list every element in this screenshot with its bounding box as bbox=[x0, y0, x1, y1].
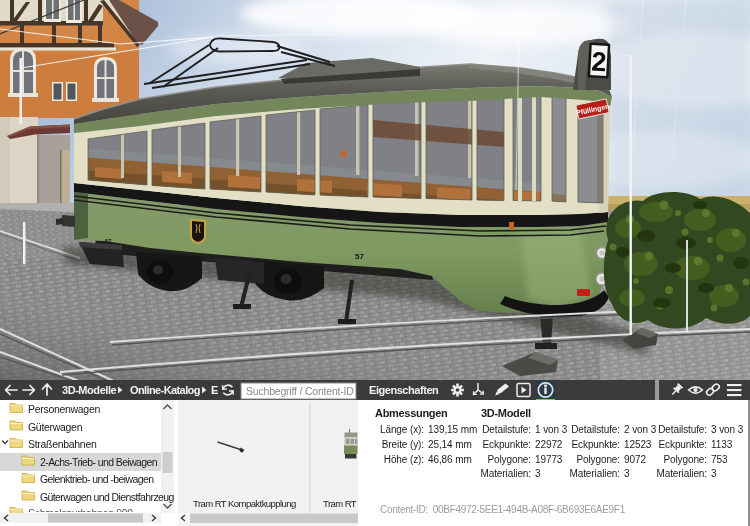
svg-text:2: 2 bbox=[591, 47, 608, 78]
svg-text:57: 57 bbox=[355, 252, 364, 261]
svg-text:57: 57 bbox=[105, 238, 112, 244]
